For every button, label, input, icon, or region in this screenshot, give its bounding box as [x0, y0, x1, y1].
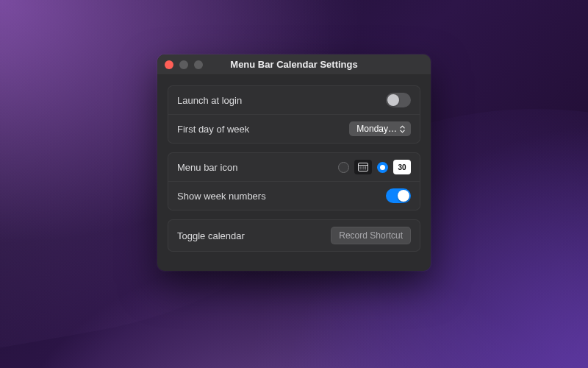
- group-general: Launch at login First day of week Monday…: [168, 85, 420, 144]
- calendar-date-icon: 30: [393, 160, 411, 174]
- row-launch-at-login: Launch at login: [168, 86, 420, 114]
- titlebar: Menu Bar Calendar Settings: [157, 54, 431, 75]
- menu-bar-icon-label: Menu bar icon: [177, 162, 329, 173]
- svg-point-7: [362, 169, 362, 169]
- toggle-knob: [387, 94, 399, 106]
- close-button[interactable]: [165, 60, 173, 69]
- first-day-of-week-label: First day of week: [177, 124, 340, 135]
- menu-bar-icon-options: 30: [338, 160, 411, 174]
- row-toggle-calendar: Toggle calendar Record Shortcut: [168, 220, 420, 251]
- settings-window: Menu Bar Calendar Settings Launch at log…: [157, 54, 431, 271]
- first-day-of-week-popup[interactable]: Monday…: [349, 121, 411, 136]
- group-appearance: Menu bar icon 30: [168, 152, 420, 210]
- svg-point-4: [363, 166, 364, 167]
- svg-point-2: [359, 166, 360, 167]
- calendar-grid-icon: [354, 160, 372, 174]
- first-day-of-week-value: Monday…: [356, 124, 397, 134]
- calendar-date-number: 30: [398, 163, 406, 171]
- traffic-lights: [165, 60, 203, 69]
- record-shortcut-button[interactable]: Record Shortcut: [331, 227, 411, 244]
- toggle-knob: [398, 190, 409, 202]
- launch-at-login-label: Launch at login: [177, 95, 377, 106]
- show-week-numbers-toggle[interactable]: [386, 188, 411, 203]
- chevron-updown-icon: [400, 125, 405, 133]
- row-show-week-numbers: Show week numbers: [168, 181, 420, 210]
- zoom-button[interactable]: [194, 60, 203, 69]
- settings-body: Launch at login First day of week Monday…: [157, 75, 431, 271]
- row-first-day-of-week: First day of week Monday…: [168, 114, 420, 143]
- minimize-button[interactable]: [179, 60, 188, 69]
- svg-point-8: [363, 169, 364, 169]
- svg-point-9: [365, 169, 366, 169]
- launch-at-login-toggle[interactable]: [386, 93, 411, 107]
- menu-bar-icon-radio-grid[interactable]: [338, 162, 349, 173]
- show-week-numbers-label: Show week numbers: [177, 191, 377, 202]
- svg-point-5: [365, 166, 366, 167]
- svg-point-3: [362, 166, 362, 167]
- toggle-calendar-label: Toggle calendar: [177, 230, 322, 241]
- row-menu-bar-icon: Menu bar icon 30: [168, 153, 420, 181]
- svg-point-6: [359, 169, 360, 169]
- group-shortcut: Toggle calendar Record Shortcut: [168, 219, 420, 252]
- menu-bar-icon-radio-date[interactable]: [377, 162, 388, 173]
